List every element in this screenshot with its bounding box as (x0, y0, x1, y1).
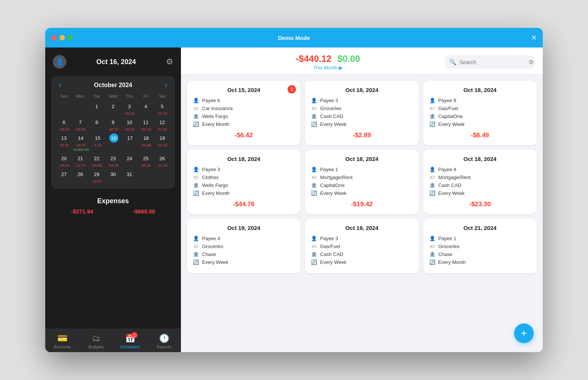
avatar[interactable]: 👤 (53, 55, 66, 69)
payee-icon: 👤 (193, 98, 199, 103)
cal-day-5[interactable]: 5 -21.33 (154, 101, 170, 116)
account-value: Cash CAD (320, 251, 343, 257)
cal-day-25[interactable]: 25 -83.46 (138, 153, 154, 169)
transaction-card[interactable]: Oct 21, 2024 👤 Payee 1 🏷 Groceries 🏦 Cha… (423, 219, 537, 273)
cal-day-15[interactable]: 15 -6.42 (89, 132, 106, 153)
cal-prev-button[interactable]: ‹ (56, 81, 64, 89)
card-recurrence: 🔄 Every Month (429, 259, 531, 265)
card-date: Oct 18, 2024 (311, 87, 412, 93)
card-category: 🏷 Mortgage/Rent (429, 175, 531, 180)
card-recurrence: 🔄 Every Month (193, 190, 294, 196)
cal-day-9[interactable]: 9 -49.70 (105, 116, 121, 132)
cal-day-26[interactable]: 26 -21.33 (154, 153, 170, 169)
payee-icon: 👤 (193, 236, 199, 241)
cal-day[interactable] (56, 101, 72, 116)
cal-day-22[interactable]: 22 -55.59 (89, 153, 105, 169)
card-payee: 👤 Payee 4 (193, 236, 294, 241)
cal-week-3: 13 -35.56 14 -18.41 +4,000.00 15 -6.42 (56, 132, 170, 153)
card-date: Oct 18, 2024 (429, 156, 531, 162)
nav-budgets[interactable]: 🗂 Budgets (79, 332, 113, 351)
cal-day-27[interactable]: 27 (56, 169, 72, 184)
cal-day-31[interactable]: 31 (121, 169, 138, 184)
cal-day-23[interactable]: 23 -54.78 (105, 153, 121, 169)
cal-day-18[interactable]: 18 -96.86 (138, 132, 154, 153)
nav-accounts[interactable]: 💳 Accounts (45, 332, 79, 351)
main-header: -$440.12 $0.00 This Month ▶ 🔍 ⚙ (181, 48, 543, 75)
nav-scheduled[interactable]: 📅 1 Scheduled (113, 332, 147, 351)
minimize-button[interactable] (60, 35, 65, 40)
account-icon: 🏦 (311, 251, 317, 257)
payee-icon: 👤 (311, 167, 317, 172)
nav-reports-label: Reports (157, 345, 172, 349)
cal-day[interactable] (72, 101, 88, 116)
account-value: CapitalOne (438, 113, 463, 119)
close-button[interactable] (51, 35, 57, 40)
category-value: Mortgage/Rent (320, 175, 352, 180)
app-body: 👤 Oct 16, 2024 ⚙ ‹ October 2024 › Sun Mo… (45, 48, 543, 352)
cal-next-button[interactable]: › (162, 81, 170, 89)
cal-day-12[interactable]: 12 -42.91 (154, 116, 170, 132)
cal-day-13[interactable]: 13 -35.56 (56, 132, 72, 153)
cal-day-14[interactable]: 14 -18.41 +4,000.00 (72, 132, 90, 153)
this-month-label[interactable]: This Month ▶ (313, 65, 343, 70)
transaction-card[interactable]: Oct 19, 2024 👤 Payee 3 🏷 Gas/Fuel 🏦 Cash… (305, 219, 418, 273)
settings-icon[interactable]: ⚙ (166, 57, 173, 67)
card-category: 🏷 Gas/Fuel (311, 244, 412, 249)
account-icon: 🏦 (429, 182, 435, 188)
budgets-icon: 🗂 (92, 334, 100, 343)
payee-value: Payee 4 (438, 167, 456, 172)
cal-day-6[interactable]: 6 -35.54 (56, 116, 72, 132)
cal-day-21[interactable]: 21 -12.74 (72, 153, 88, 169)
transaction-card[interactable]: 1 Oct 15, 2024 👤 Payee 6 🏷 Car Insurance… (187, 81, 300, 145)
account-value: Chase (438, 251, 453, 257)
account-value: Cash CAD (438, 182, 461, 188)
card-account: 🏦 CapitalOne (429, 113, 531, 119)
recurrence-value: Every Week (438, 190, 465, 196)
cal-day-8[interactable]: 8 (89, 116, 105, 132)
cal-day-2[interactable]: 2 (105, 101, 121, 116)
calendar-header: ‹ October 2024 › (56, 81, 170, 89)
card-amount: -$23.30 (429, 201, 531, 208)
category-value: Gas/Fuel (438, 106, 458, 111)
card-recurrence: 🔄 Every Month (193, 121, 294, 127)
card-category: 🏷 Groceries (193, 244, 294, 249)
cal-day-28[interactable]: 28 (72, 169, 88, 184)
transaction-card[interactable]: Oct 19, 2024 👤 Payee 4 🏷 Groceries 🏦 Cha… (187, 219, 300, 273)
cal-day-29[interactable]: 29 -43.57 (89, 169, 105, 184)
cal-day-17[interactable]: 17 (122, 132, 138, 153)
cal-week-5: 27 28 29 -43.57 30 31 (56, 169, 170, 184)
card-payee: 👤 Payee 6 (193, 98, 294, 103)
filter-icon[interactable]: ⚙ (528, 58, 534, 66)
account-icon: 🏦 (311, 182, 317, 188)
account-icon: 🏦 (429, 113, 435, 119)
transaction-card[interactable]: Oct 18, 2024 👤 Payee 8 🏷 Gas/Fuel 🏦 Capi… (423, 81, 537, 145)
payee-value: Payee 3 (320, 98, 338, 103)
cal-day-20[interactable]: 20 -44.04 (56, 153, 72, 169)
transaction-card[interactable]: Oct 18, 2024 👤 Payee 1 🏷 Mortgage/Rent 🏦… (305, 150, 418, 214)
expenses-title: Expenses (45, 197, 181, 205)
search-input[interactable] (459, 59, 525, 65)
cal-day-16-today[interactable]: 16 (106, 132, 122, 153)
add-transaction-button[interactable]: + (514, 323, 534, 343)
cal-day-24[interactable]: 24 (121, 153, 138, 169)
cal-day-4[interactable]: 4 (138, 101, 154, 116)
calendar: ‹ October 2024 › Sun Mon Tue Wed Thu Fri… (51, 76, 175, 189)
cal-day-1[interactable]: 1 (89, 101, 105, 116)
cal-day-30[interactable]: 30 (105, 169, 121, 184)
maximize-button[interactable] (68, 35, 73, 40)
transaction-card[interactable]: Oct 18, 2024 👤 Payee 4 🏷 Mortgage/Rent 🏦… (423, 150, 537, 214)
transaction-card[interactable]: Oct 18, 2024 👤 Payee 3 🏷 Clothes 🏦 Wells… (187, 150, 300, 214)
cal-day-11[interactable]: 11 -52.10 (138, 116, 154, 132)
cal-day-10[interactable]: 10 -44.12 (121, 116, 138, 132)
cal-day-7[interactable]: 7 -20.66 (72, 116, 88, 132)
card-recurrence: 🔄 Every Week (429, 190, 531, 196)
nav-reports[interactable]: 🕐 Reports (147, 332, 181, 351)
cal-day-3[interactable]: 3 -52.10 (121, 101, 138, 116)
sidebar: 👤 Oct 16, 2024 ⚙ ‹ October 2024 › Sun Mo… (45, 48, 181, 352)
transaction-card[interactable]: Oct 18, 2024 👤 Payee 3 🏷 Groceries 🏦 Cas… (305, 81, 418, 145)
recurrence-icon: 🔄 (193, 190, 199, 196)
search-bar[interactable]: 🔍 ⚙ (445, 55, 535, 69)
card-payee: 👤 Payee 3 (193, 167, 294, 172)
cal-day-19[interactable]: 19 -21.33 (154, 132, 170, 153)
titlebar-close-icon[interactable]: ✕ (531, 34, 537, 42)
